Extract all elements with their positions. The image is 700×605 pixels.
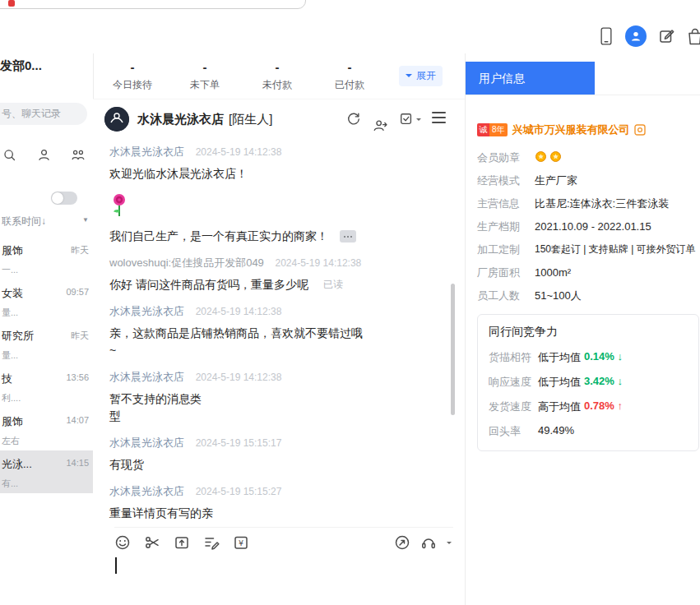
message-text: 暂不支持的消息类 型 — [109, 390, 381, 425]
info-label: 会员勋章 — [477, 150, 525, 164]
contact-preview: 一... — [2, 264, 89, 276]
bag-icon[interactable] — [686, 26, 700, 46]
stat-value: - — [169, 60, 241, 74]
quick-phrase-icon[interactable] — [203, 534, 220, 551]
menu-icon[interactable] — [432, 112, 446, 127]
topbar-icons — [599, 25, 700, 47]
message-actions-icon[interactable] — [340, 230, 356, 242]
comp-value: 0.14% ↓ — [584, 350, 623, 365]
info-row: 厂房面积 1000m² — [477, 266, 695, 279]
company-name[interactable]: 兴城市万兴服装有限公司 — [512, 122, 630, 137]
medal-icon — [535, 150, 547, 163]
message-toolbar: ¥ — [114, 527, 453, 555]
chevron-down-icon[interactable] — [447, 542, 452, 547]
certificate-icon — [634, 124, 646, 136]
stat-value: - — [241, 60, 313, 74]
comp-value: 0.78% ↑ — [584, 399, 623, 414]
message-sender: 水沐晨光泳衣店 — [109, 436, 184, 449]
qianniu-window: 发部0... 号、聊天记录 联系时间↓ ▼ 服饰 昨天 一... — [0, 0, 700, 605]
info-row: 员工人数 51~100人 — [477, 289, 695, 302]
contact-item[interactable]: 研究所 昨天 量... — [0, 322, 93, 365]
chat-panel: 水沐晨光泳衣店[陌生人] 水沐晨光泳衣店 2024-5-19 14:12:38 … — [93, 99, 465, 605]
comp-row: 响应速度 低于均值 3.42% ↓ — [489, 375, 688, 390]
contact-time: 昨天 — [71, 330, 89, 342]
stat-no-order: - 未下单 — [169, 60, 241, 92]
message-input[interactable] — [115, 557, 117, 574]
chevron-down-icon[interactable] — [416, 118, 421, 123]
stat-paid: - 已付款 — [313, 60, 386, 92]
comp-label: 回头率 — [489, 424, 536, 439]
chat-message: 水沐晨光泳衣店 2024-5-19 14:12:38 暂不支持的消息类 型 — [109, 370, 442, 425]
payment-icon[interactable]: ¥ — [233, 534, 249, 551]
shop-avatar[interactable] — [104, 107, 129, 132]
contacts-icon[interactable] — [37, 148, 51, 162]
contact-sort-control[interactable]: 联系时间↓ ▼ — [2, 215, 89, 229]
info-value: 150套起订 | 支持贴牌 | 可接外贸订单 — [535, 242, 696, 256]
info-label: 主营信息 — [477, 196, 525, 210]
comp-label: 响应速度 — [489, 375, 536, 390]
sort-desc-icon: ↓ — [41, 215, 46, 227]
contact-item[interactable]: 服饰 昨天 一... — [0, 237, 93, 279]
chat-header: 水沐晨光泳衣店[陌生人] — [93, 99, 465, 139]
stat-value: - — [313, 60, 386, 74]
chat-shop-name: 水沐晨光泳衣店 — [137, 112, 224, 126]
chat-message: 我们自己生产，是一个有真正实力的商家！ — [109, 228, 442, 245]
contact-item[interactable]: 女装 09:57 量... — [0, 279, 93, 322]
call-icon[interactable] — [420, 535, 437, 550]
comp-row: 回头率 49.49% — [489, 424, 688, 439]
search-icon[interactable] — [2, 148, 16, 162]
chat-scrollbar[interactable] — [451, 284, 455, 415]
info-row-medals: 会员勋章 — [477, 150, 695, 164]
filter-caret-icon[interactable]: ▼ — [82, 216, 89, 224]
comp-value: 49.49% — [538, 424, 574, 439]
contact-preview: 量... — [2, 307, 89, 319]
message-sender: 水沐晨光泳衣店 — [109, 371, 184, 383]
contact-time: 13:56 — [66, 372, 89, 382]
user-avatar-icon[interactable] — [625, 25, 647, 47]
search-input[interactable]: 号、聊天记录 — [0, 103, 87, 125]
rose-emoji-image — [109, 193, 442, 218]
send-shortcut-icon[interactable] — [394, 534, 410, 551]
trust-badge-icon: 诚 — [477, 123, 489, 136]
contact-item[interactable]: 技 13:56 利.... — [0, 365, 93, 408]
info-value: 51~100人 — [535, 289, 582, 302]
read-status: 已读 — [323, 278, 343, 292]
contact-list: 服饰 昨天 一... 女装 09:57 量... 研究所 昨天 量... 技 1… — [0, 237, 93, 493]
group-icon[interactable] — [71, 148, 86, 162]
emoji-icon[interactable] — [114, 534, 131, 551]
comp-value: 3.42% ↓ — [584, 375, 623, 390]
info-row: 主营信息 比基尼:连体泳衣:三件套泳装 — [477, 196, 695, 210]
refresh-icon[interactable] — [346, 112, 361, 127]
task-check-icon[interactable] — [399, 112, 421, 127]
message-time: 2024-5-19 15:15:17 — [196, 437, 282, 449]
compose-icon[interactable] — [658, 28, 675, 44]
info-row: 加工定制 150套起订 | 支持贴牌 | 可接外贸订单 — [477, 242, 695, 256]
screenshot-icon[interactable] — [144, 534, 160, 551]
message-time: 2024-5-19 14:12:38 — [196, 146, 282, 158]
contact-item-active[interactable]: 光泳... 14:15 有... — [0, 450, 93, 493]
contact-item[interactable]: 服饰 14:07 左右 — [0, 408, 93, 450]
message-text: 有现货 — [109, 456, 381, 473]
message-list: 水沐晨光泳衣店 2024-5-19 14:12:38 欢迎光临水沐晨光泳衣店！ … — [109, 145, 442, 533]
tab-user-info[interactable]: 用户信息 — [466, 62, 595, 95]
expand-label: 展开 — [416, 69, 436, 83]
info-label: 生产档期 — [477, 219, 525, 233]
expand-button[interactable]: 展开 — [399, 66, 443, 86]
browser-tab-outline — [0, 0, 306, 9]
comp-prefix: 高于均值 — [538, 399, 581, 414]
info-label: 厂房面积 — [477, 266, 525, 279]
sidebar-toggle[interactable] — [51, 192, 77, 205]
message-time: 2024-5-19 14:12:38 — [196, 306, 282, 317]
comp-label: 货描相符 — [489, 350, 536, 365]
user-info-body: 诚 8年 兴城市万兴服装有限公司 会员勋章 经营模式 生产厂家 主营信息 — [466, 95, 700, 451]
mobile-icon[interactable] — [599, 25, 614, 47]
chat-message: 水沐晨光泳衣店 2024-5-19 15:15:27 重量详情页有写的亲 — [109, 484, 442, 522]
comp-label: 发货速度 — [489, 399, 536, 414]
contact-preview: 利.... — [2, 392, 89, 404]
medal-icon — [549, 150, 562, 163]
contact-time: 昨天 — [71, 244, 89, 256]
image-upload-icon[interactable] — [174, 534, 190, 551]
medal-icons — [535, 150, 562, 164]
contact-preview: 量... — [2, 349, 89, 362]
info-value: 比基尼:连体泳衣:三件套泳装 — [535, 196, 669, 210]
